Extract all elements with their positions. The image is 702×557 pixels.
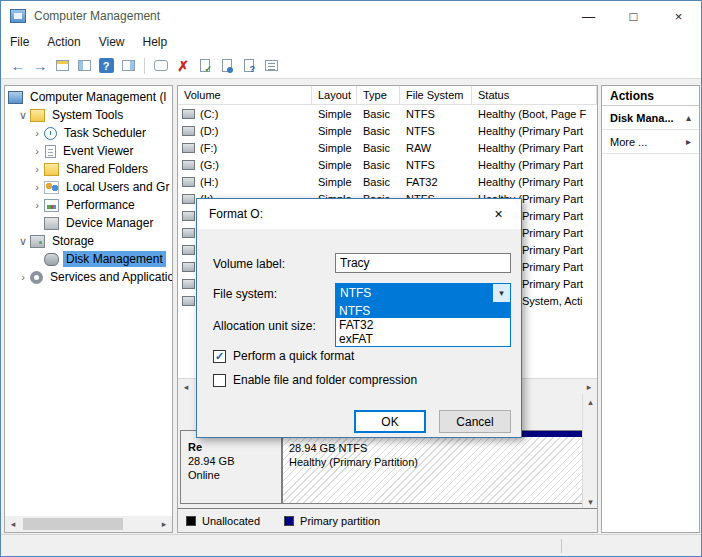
tree-item-local-users[interactable]: › Local Users and Gr xyxy=(5,178,172,196)
refresh-glyph xyxy=(222,59,232,72)
table-row[interactable]: (D:) Simple Basic NTFS Healthy (Primary … xyxy=(178,122,597,139)
collapse-arrow-icon[interactable]: ∨ xyxy=(17,235,29,248)
column-status[interactable]: Status xyxy=(472,86,597,105)
help-icon[interactable]: ? xyxy=(95,56,117,76)
tree-item-computer-management[interactable]: Computer Management (l xyxy=(5,88,172,106)
actions-disk-management[interactable]: Disk Mana... ▴ xyxy=(602,106,699,130)
expand-arrow-icon[interactable]: › xyxy=(31,145,43,157)
partition-cell[interactable]: 28.94 GB NTFS Healthy (Primary Partition… xyxy=(282,430,585,504)
disk-header-cell[interactable]: Re 28.94 GB Online xyxy=(180,430,282,504)
refresh-icon[interactable] xyxy=(216,56,238,76)
file-system-combobox[interactable]: NTFS ▾ xyxy=(335,283,511,303)
close-button[interactable]: × xyxy=(656,1,701,31)
volume-icon xyxy=(182,296,195,306)
volume-name: (F:) xyxy=(200,142,217,154)
collapse-arrow-icon[interactable]: ∨ xyxy=(17,109,29,122)
option-fat32[interactable]: FAT32 xyxy=(336,318,510,332)
volume-name: (G:) xyxy=(200,159,219,171)
allocation-unit-label: Allocation unit size: xyxy=(213,319,316,333)
volume-name: (D:) xyxy=(200,125,218,137)
tree-horizontal-scrollbar[interactable]: ◂ ▸ xyxy=(5,516,172,532)
expand-arrow-icon[interactable]: › xyxy=(31,181,43,193)
expand-arrow-icon[interactable]: › xyxy=(17,271,29,283)
tree-item-shared-folders[interactable]: › Shared Folders xyxy=(5,160,172,178)
tree-item-performance[interactable]: › Performance xyxy=(5,196,172,214)
actions-item-label: Disk Mana... xyxy=(610,112,674,124)
expand-arrow-icon[interactable]: › xyxy=(31,163,43,175)
back-icon[interactable]: ← xyxy=(7,56,29,76)
ok-button[interactable]: OK xyxy=(354,410,426,433)
volume-layout: Simple xyxy=(312,142,357,154)
maximize-button[interactable]: □ xyxy=(611,1,656,31)
tree-item-disk-management[interactable]: Disk Management xyxy=(5,250,172,268)
table-row[interactable]: (F:) Simple Basic RAW Healthy (Primary P… xyxy=(178,139,597,156)
quick-format-row[interactable]: ✓ Perform a quick format xyxy=(213,349,354,363)
primary-partition-swatch xyxy=(284,516,294,526)
file-system-dropdown-list: NTFS FAT32 exFAT xyxy=(335,303,511,347)
export-list-glyph xyxy=(56,60,69,71)
console-tree-icon[interactable] xyxy=(73,56,95,76)
title-bar[interactable]: Computer Management — □ × xyxy=(1,1,701,31)
volume-layout: Simple xyxy=(312,108,357,120)
collapse-up-icon[interactable]: ▴ xyxy=(686,112,691,123)
delete-icon[interactable]: ✗ xyxy=(172,56,194,76)
menu-view[interactable]: View xyxy=(90,31,134,53)
expand-arrow-icon[interactable]: › xyxy=(31,199,43,211)
table-row[interactable]: (G:) Simple Basic NTFS Healthy (Primary … xyxy=(178,156,597,173)
action-pane-icon[interactable] xyxy=(117,56,139,76)
option-exfat[interactable]: exFAT xyxy=(336,332,510,346)
volume-label-input[interactable] xyxy=(335,253,511,273)
column-layout[interactable]: Layout xyxy=(312,86,357,105)
column-type[interactable]: Type xyxy=(357,86,400,105)
menu-file[interactable]: File xyxy=(1,31,38,53)
compression-row[interactable]: Enable file and folder compression xyxy=(213,373,417,387)
scroll-left-icon[interactable]: ◂ xyxy=(178,379,194,395)
scroll-left-icon[interactable]: ◂ xyxy=(5,516,21,532)
tree-item-label: Services and Applicatio xyxy=(47,269,172,285)
cancel-button[interactable]: Cancel xyxy=(439,410,511,433)
action-menu-icon[interactable] xyxy=(150,56,172,76)
properties-icon[interactable] xyxy=(194,56,216,76)
dialog-title-bar[interactable]: Format O: × xyxy=(197,199,521,229)
tree-item-label: Device Manager xyxy=(63,215,156,231)
minimize-button[interactable]: — xyxy=(566,1,611,31)
table-row[interactable]: (H:) Simple Basic FAT32 Healthy (Primary… xyxy=(178,173,597,190)
volume-fs: RAW xyxy=(400,142,472,154)
scroll-right-icon[interactable]: ▸ xyxy=(156,516,172,532)
volume-icon xyxy=(182,126,195,136)
forward-icon[interactable]: → xyxy=(29,56,51,76)
scroll-right-icon[interactable]: ▸ xyxy=(581,379,597,395)
volume-status: Healthy (Primary Part xyxy=(472,159,597,171)
volume-layout: Simple xyxy=(312,159,357,171)
column-file-system[interactable]: File System xyxy=(400,86,472,105)
menu-action[interactable]: Action xyxy=(38,31,89,53)
computer-icon xyxy=(8,91,23,104)
system-tools-icon xyxy=(30,109,45,122)
chevron-down-icon[interactable]: ▾ xyxy=(493,284,510,302)
tree-item-system-tools[interactable]: ∨ System Tools xyxy=(5,106,172,124)
tree-item-device-manager[interactable]: Device Manager xyxy=(5,214,172,232)
export-list-icon[interactable] xyxy=(51,56,73,76)
table-row[interactable]: (C:) Simple Basic NTFS Healthy (Boot, Pa… xyxy=(178,105,597,122)
compression-checkbox[interactable] xyxy=(213,374,226,387)
tree-item-event-viewer[interactable]: › Event Viewer xyxy=(5,142,172,160)
dialog-close-icon[interactable]: × xyxy=(476,200,521,229)
disk-view-vertical-scrollbar[interactable]: ▴ ▾ xyxy=(582,394,597,510)
tree-item-services[interactable]: › Services and Applicatio xyxy=(5,268,172,286)
expand-arrow-icon[interactable]: › xyxy=(31,127,43,139)
column-volume[interactable]: Volume xyxy=(178,86,312,105)
expand-right-icon[interactable]: ▸ xyxy=(686,136,691,147)
volume-label-label: Volume label: xyxy=(213,257,285,271)
actions-more[interactable]: More ... ▸ xyxy=(602,130,699,154)
quick-format-checkbox[interactable]: ✓ xyxy=(213,350,226,363)
scrollbar-thumb[interactable] xyxy=(23,518,123,530)
tree-item-task-scheduler[interactable]: › Task Scheduler xyxy=(5,124,172,142)
details-view-icon[interactable] xyxy=(260,56,282,76)
option-ntfs[interactable]: NTFS xyxy=(336,304,510,318)
tree-item-storage[interactable]: ∨ Storage xyxy=(5,232,172,250)
console-tree-glyph xyxy=(78,60,91,71)
help-topics-icon[interactable] xyxy=(238,56,260,76)
menu-help[interactable]: Help xyxy=(134,31,177,53)
scroll-up-icon[interactable]: ▴ xyxy=(583,394,598,410)
partition-legend: Unallocated Primary partition xyxy=(178,508,597,532)
